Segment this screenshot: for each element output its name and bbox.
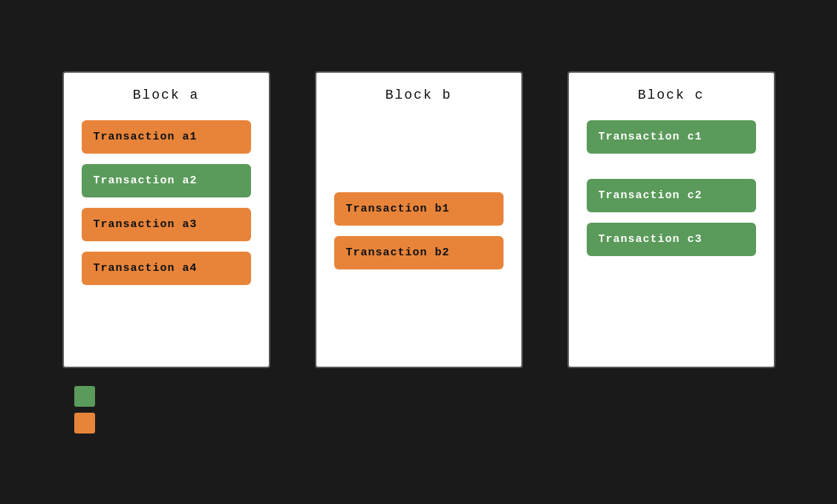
transaction-a3: Transaction a3 bbox=[82, 208, 251, 241]
transaction-a2: Transaction a2 bbox=[82, 164, 251, 197]
legend-orange-box bbox=[74, 413, 95, 433]
block-a-title: Block a bbox=[82, 88, 251, 102]
legend-green bbox=[74, 386, 95, 407]
transaction-b2: Transaction b2 bbox=[334, 236, 504, 269]
main-area: Block a Transaction a1 Transaction a2 Tr… bbox=[0, 56, 837, 448]
block-c: Block c Transaction c1 Transaction c2 Tr… bbox=[567, 71, 775, 368]
transaction-a1: Transaction a1 bbox=[82, 120, 251, 154]
transaction-c2: Transaction c2 bbox=[587, 179, 756, 212]
blocks-row: Block a Transaction a1 Transaction a2 Tr… bbox=[30, 71, 807, 368]
block-c-title: Block c bbox=[587, 88, 756, 102]
block-b-title: Block b bbox=[334, 88, 504, 102]
legend-orange bbox=[74, 413, 95, 433]
transaction-b1: Transaction b1 bbox=[334, 192, 504, 226]
transaction-c1: Transaction c1 bbox=[587, 120, 756, 154]
transaction-a4: Transaction a4 bbox=[82, 252, 251, 285]
legend-green-box bbox=[74, 386, 95, 407]
legend-area bbox=[74, 386, 95, 433]
block-b: Block b Transaction b1 Transaction b2 bbox=[315, 71, 523, 368]
transaction-c3: Transaction c3 bbox=[587, 223, 756, 256]
block-a: Block a Transaction a1 Transaction a2 Tr… bbox=[62, 71, 270, 368]
